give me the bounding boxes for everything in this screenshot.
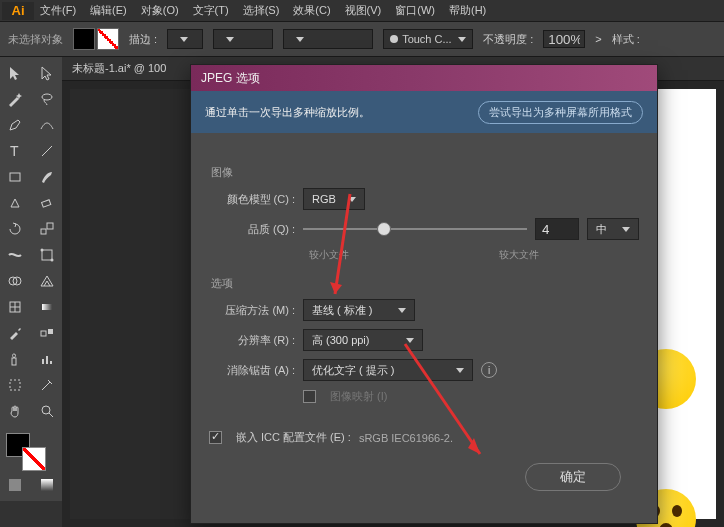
svg-rect-20 <box>46 356 48 364</box>
menu-help[interactable]: 帮助(H) <box>449 3 486 18</box>
scale-tool[interactable] <box>32 217 62 241</box>
quality-min-caption: 较小文件 <box>309 248 349 262</box>
mesh-tool[interactable] <box>0 295 30 319</box>
stroke-swatch[interactable] <box>97 28 119 50</box>
color-model-dropdown[interactable]: RGB <box>303 188 365 210</box>
menu-view[interactable]: 视图(V) <box>345 3 382 18</box>
svg-point-23 <box>42 406 50 414</box>
artboard-tool[interactable] <box>0 373 30 397</box>
free-transform-tool[interactable] <box>32 243 62 267</box>
hand-tool[interactable] <box>0 399 30 423</box>
compress-label: 压缩方法 (M) : <box>209 303 295 318</box>
fill-stroke-swatches[interactable] <box>73 28 119 50</box>
symbol-sprayer-tool[interactable] <box>0 347 30 371</box>
svg-rect-18 <box>12 358 16 365</box>
imagemap-checkbox[interactable] <box>303 390 316 403</box>
imagemap-label: 图像映射 (I) <box>330 389 387 404</box>
stroke-color-box[interactable] <box>22 447 46 471</box>
resolution-label: 分辨率 (R) : <box>209 333 295 348</box>
line-tool[interactable] <box>32 139 62 163</box>
antialias-dropdown[interactable]: 优化文字 ( 提示 ) <box>303 359 473 381</box>
embed-icc-checkbox[interactable] <box>209 431 222 444</box>
style-dropdown[interactable] <box>283 29 373 49</box>
svg-point-0 <box>42 94 52 100</box>
resolution-dropdown[interactable]: 高 (300 ppi) <box>303 329 423 351</box>
quality-preset-dropdown[interactable]: 中 <box>587 218 639 240</box>
svg-rect-22 <box>10 380 20 390</box>
menu-edit[interactable]: 编辑(E) <box>90 3 127 18</box>
menu-select[interactable]: 选择(S) <box>243 3 280 18</box>
menu-object[interactable]: 对象(O) <box>141 3 179 18</box>
eyedropper-tool[interactable] <box>0 321 30 345</box>
svg-rect-4 <box>42 200 51 207</box>
quality-value-input[interactable] <box>535 218 579 240</box>
shape-builder-tool[interactable] <box>0 269 30 293</box>
svg-point-9 <box>51 259 54 262</box>
svg-rect-21 <box>50 361 52 364</box>
info-icon[interactable]: i <box>481 362 497 378</box>
svg-rect-6 <box>47 223 53 229</box>
width-tool[interactable] <box>0 243 30 267</box>
color-mode-gradient[interactable] <box>32 473 62 497</box>
selection-status: 未选择对象 <box>8 32 63 47</box>
paintbrush-tool[interactable] <box>32 165 62 189</box>
menu-window[interactable]: 窗口(W) <box>395 3 435 18</box>
lasso-tool[interactable] <box>32 87 62 111</box>
quality-max-caption: 较大文件 <box>499 248 539 262</box>
try-export-button[interactable]: 尝试导出为多种屏幕所用格式 <box>478 101 643 124</box>
svg-rect-15 <box>42 304 52 310</box>
direct-selection-tool[interactable] <box>32 61 62 85</box>
dialog-titlebar[interactable]: JPEG 选项 <box>191 65 657 91</box>
rectangle-tool[interactable] <box>0 165 30 189</box>
svg-rect-3 <box>10 173 20 181</box>
perspective-tool[interactable] <box>32 269 62 293</box>
column-graph-tool[interactable] <box>32 347 62 371</box>
dialog-tip-bar: 通过单击一次导出多种缩放比例。 尝试导出为多种屏幕所用格式 <box>191 91 657 133</box>
opacity-input[interactable] <box>543 30 585 48</box>
ok-button[interactable]: 确定 <box>525 463 621 491</box>
section-image: 图像 <box>211 165 639 180</box>
tools-panel: T <box>0 57 62 501</box>
brush-dropdown[interactable] <box>213 29 273 49</box>
menu-file[interactable]: 文件(F) <box>40 3 76 18</box>
touch-dropdown[interactable]: Touch C... <box>383 29 473 49</box>
zoom-tool[interactable] <box>32 399 62 423</box>
fill-swatch[interactable] <box>73 28 95 50</box>
svg-rect-17 <box>48 329 53 334</box>
section-options: 选项 <box>211 276 639 291</box>
opacity-label: 不透明度 : <box>483 32 533 47</box>
svg-rect-19 <box>42 359 44 364</box>
menu-effect[interactable]: 效果(C) <box>293 3 330 18</box>
pen-tool[interactable] <box>0 113 30 137</box>
svg-line-24 <box>49 413 53 417</box>
options-bar: 未选择对象 描边 : Touch C... 不透明度 : > 样式 : <box>0 22 724 57</box>
gradient-tool[interactable] <box>32 295 62 319</box>
color-mode-normal[interactable] <box>0 473 30 497</box>
blend-tool[interactable] <box>32 321 62 345</box>
selection-tool[interactable] <box>0 61 30 85</box>
style-label2: 样式 : <box>612 32 640 47</box>
svg-line-2 <box>42 146 52 156</box>
shaper-tool[interactable] <box>0 191 30 215</box>
svg-point-8 <box>41 249 44 252</box>
eraser-tool[interactable] <box>32 191 62 215</box>
icc-profile-name: sRGB IEC61966-2. <box>359 432 453 444</box>
quality-slider[interactable] <box>303 218 527 240</box>
color-model-label: 颜色模型 (C) : <box>209 192 295 207</box>
compress-dropdown[interactable]: 基线 ( 标准 ) <box>303 299 415 321</box>
svg-rect-16 <box>41 331 46 336</box>
menu-type[interactable]: 文字(T) <box>193 3 229 18</box>
slice-tool[interactable] <box>32 373 62 397</box>
stroke-label: 描边 : <box>129 32 157 47</box>
type-tool[interactable]: T <box>0 139 30 163</box>
curvature-tool[interactable] <box>32 113 62 137</box>
fill-stroke-color[interactable] <box>0 431 62 471</box>
magic-wand-tool[interactable] <box>0 87 30 111</box>
svg-rect-5 <box>41 229 46 234</box>
icc-label: 嵌入 ICC 配置文件 (E) : <box>236 430 351 445</box>
menubar: 文件(F) 编辑(E) 对象(O) 文字(T) 选择(S) 效果(C) 视图(V… <box>0 0 724 22</box>
rotate-tool[interactable] <box>0 217 30 241</box>
tip-text: 通过单击一次导出多种缩放比例。 <box>205 105 370 120</box>
svg-text:T: T <box>10 143 19 159</box>
stroke-weight-dropdown[interactable] <box>167 29 203 49</box>
